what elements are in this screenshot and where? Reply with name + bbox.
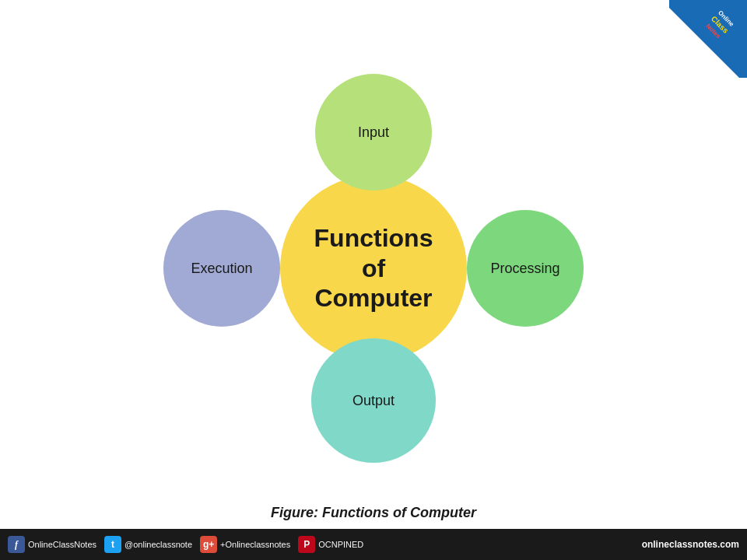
input-label: Input [358, 124, 389, 141]
pinterest-label: OCNPINED [318, 540, 363, 549]
pinterest-icon: P [298, 536, 315, 553]
corner-ribbon: Online Class Notes [669, 0, 747, 78]
googleplus-item[interactable]: g+ +Onlineclassnotes [200, 536, 290, 553]
facebook-label: OnlineClassNotes [28, 540, 96, 549]
facebook-item[interactable]: f OnlineClassNotes [8, 536, 96, 553]
diagram-container: Functions of Computer Input Processing O… [0, 39, 747, 498]
twitter-icon: t [104, 536, 121, 553]
center-line1: Functions [314, 224, 433, 252]
twitter-label: @onlineclassnote [124, 540, 192, 549]
execution-circle: Execution [163, 210, 280, 327]
center-circle: Functions of Computer [280, 175, 467, 362]
social-links: f OnlineClassNotes t @onlineclassnote g+… [8, 536, 371, 553]
twitter-item[interactable]: t @onlineclassnote [104, 536, 192, 553]
output-circle: Output [311, 338, 436, 463]
facebook-icon: f [8, 536, 25, 553]
center-line2: of [362, 254, 385, 282]
processing-label: Processing [490, 261, 559, 277]
pinterest-item[interactable]: P OCNPINED [298, 536, 363, 553]
output-label: Output [352, 393, 395, 409]
googleplus-icon: g+ [200, 536, 217, 553]
figure-caption: Figure: Functions of Computer [0, 505, 747, 521]
footer-bar: f OnlineClassNotes t @onlineclassnote g+… [0, 529, 747, 560]
website-label[interactable]: onlineclassnotes.com [642, 539, 739, 550]
input-circle: Input [315, 74, 432, 191]
functions-diagram: Functions of Computer Input Processing O… [156, 66, 591, 471]
execution-label: Execution [191, 261, 252, 277]
googleplus-label: +Onlineclassnotes [220, 540, 290, 549]
processing-circle: Processing [467, 210, 584, 327]
center-line3: Computer [314, 284, 432, 312]
caption-text: Figure: Functions of Computer [271, 505, 476, 520]
